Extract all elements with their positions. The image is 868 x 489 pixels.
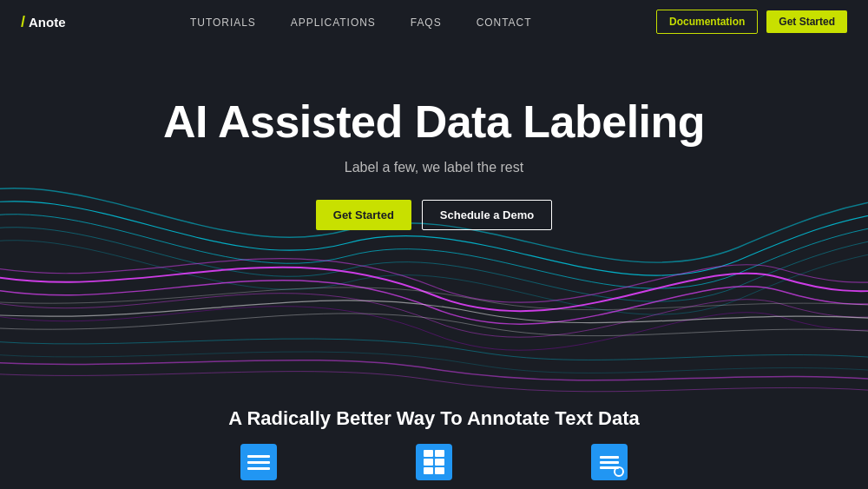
logo[interactable]: /Anote bbox=[21, 13, 66, 31]
hero-get-started-button[interactable]: Get Started bbox=[316, 200, 411, 230]
icon-block-text bbox=[240, 444, 277, 480]
icon-line-1 bbox=[247, 455, 270, 458]
icon-line-2 bbox=[247, 461, 270, 464]
icon-block-search bbox=[591, 444, 628, 480]
icon-grid bbox=[424, 450, 444, 474]
nav-item-contact[interactable]: CONTACT bbox=[477, 14, 532, 30]
nav-item-applications[interactable]: APPLICATIONS bbox=[291, 14, 376, 30]
navbar: /Anote TUTORIALS APPLICATIONS FAQS CONTA… bbox=[0, 0, 868, 43]
nav-link-faqs[interactable]: FAQS bbox=[411, 17, 442, 29]
get-started-nav-button[interactable]: Get Started bbox=[766, 10, 847, 33]
bottom-title: A Radically Better Way To Annotate Text … bbox=[0, 407, 868, 430]
icon-lines bbox=[247, 455, 270, 470]
grid-cell-5 bbox=[424, 467, 433, 474]
grid-cell-1 bbox=[424, 450, 433, 457]
hero-schedule-demo-button[interactable]: Schedule a Demo bbox=[422, 200, 552, 230]
hero-title: AI Assisted Data Labeling bbox=[163, 96, 705, 148]
nav-actions: Documentation Get Started bbox=[656, 10, 847, 34]
icon-search-line-2 bbox=[600, 461, 619, 464]
grid-cell-6 bbox=[435, 467, 444, 474]
search-circle-icon bbox=[614, 466, 624, 477]
nav-item-tutorials[interactable]: TUTORIALS bbox=[190, 14, 256, 30]
grid-cell-2 bbox=[435, 450, 444, 457]
icon-search-line-1 bbox=[600, 456, 619, 459]
nav-link-contact[interactable]: CONTACT bbox=[477, 17, 532, 29]
documentation-button[interactable]: Documentation bbox=[656, 10, 758, 34]
bottom-icons bbox=[0, 444, 868, 480]
logo-text: Anote bbox=[29, 15, 66, 30]
grid-cell-4 bbox=[435, 459, 444, 466]
nav-link-applications[interactable]: APPLICATIONS bbox=[291, 17, 376, 29]
hero-section: AI Assisted Data Labeling Label a few, w… bbox=[0, 43, 868, 230]
text-annotation-icon bbox=[240, 444, 277, 480]
nav-link-tutorials[interactable]: TUTORIALS bbox=[190, 17, 256, 29]
nav-links: TUTORIALS APPLICATIONS FAQS CONTACT bbox=[190, 14, 531, 30]
table-annotation-icon bbox=[416, 444, 452, 480]
grid-cell-3 bbox=[424, 459, 433, 466]
nav-item-faqs[interactable]: FAQS bbox=[411, 14, 442, 30]
icon-block-table bbox=[416, 444, 452, 480]
hero-buttons: Get Started Schedule a Demo bbox=[316, 200, 552, 230]
icon-line-3 bbox=[247, 467, 270, 470]
search-annotation-icon bbox=[591, 444, 628, 480]
bottom-section: A Radically Better Way To Annotate Text … bbox=[0, 390, 868, 489]
logo-slash: / bbox=[21, 13, 25, 31]
hero-subtitle: Label a few, we label the rest bbox=[345, 160, 523, 175]
